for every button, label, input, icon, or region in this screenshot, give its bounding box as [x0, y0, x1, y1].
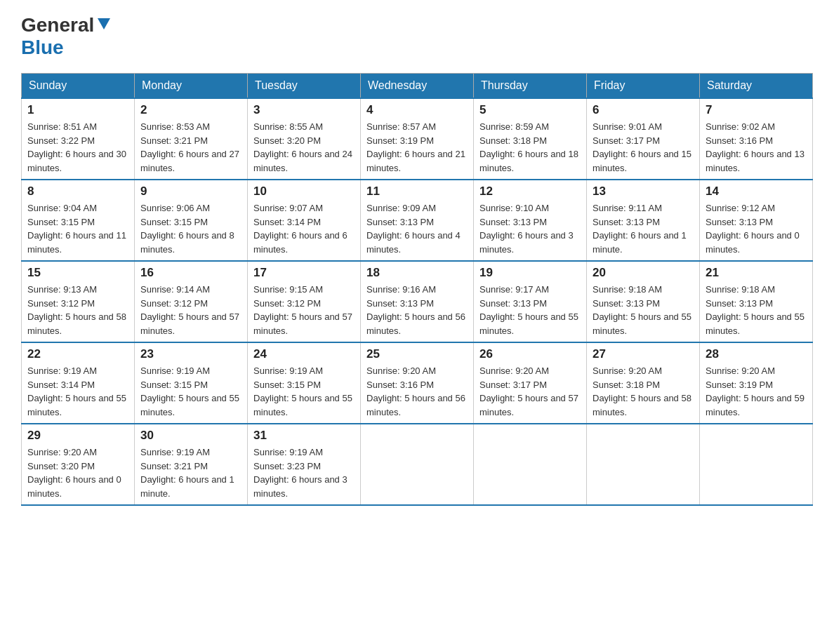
calendar-cell: 22Sunrise: 9:19 AMSunset: 3:14 PMDayligh…	[22, 342, 135, 424]
calendar-cell	[587, 424, 700, 505]
day-number: 2	[140, 103, 241, 117]
day-info: Sunrise: 9:15 AMSunset: 3:12 PMDaylight:…	[253, 283, 355, 337]
day-number: 26	[479, 347, 581, 361]
calendar-week-row: 1Sunrise: 8:51 AMSunset: 3:22 PMDaylight…	[22, 98, 813, 180]
day-info: Sunrise: 9:07 AMSunset: 3:14 PMDaylight:…	[253, 201, 355, 256]
calendar-cell: 2Sunrise: 8:53 AMSunset: 3:21 PMDaylight…	[135, 98, 248, 180]
logo-blue-text: Blue	[21, 36, 64, 58]
day-number: 30	[140, 429, 241, 443]
column-header-sunday: Sunday	[22, 74, 135, 99]
calendar-cell: 26Sunrise: 9:20 AMSunset: 3:17 PMDayligh…	[474, 342, 587, 424]
day-info: Sunrise: 9:13 AMSunset: 3:12 PMDaylight:…	[27, 283, 128, 337]
calendar-cell	[700, 424, 813, 505]
calendar-cell: 24Sunrise: 9:19 AMSunset: 3:15 PMDayligh…	[248, 342, 361, 424]
calendar-cell: 19Sunrise: 9:17 AMSunset: 3:13 PMDayligh…	[474, 261, 587, 342]
calendar-cell: 15Sunrise: 9:13 AMSunset: 3:12 PMDayligh…	[22, 261, 135, 342]
column-header-saturday: Saturday	[700, 74, 813, 99]
column-header-wednesday: Wednesday	[361, 74, 474, 99]
day-info: Sunrise: 8:51 AMSunset: 3:22 PMDaylight:…	[27, 120, 128, 175]
day-number: 21	[706, 266, 807, 280]
calendar-cell: 10Sunrise: 9:07 AMSunset: 3:14 PMDayligh…	[248, 180, 361, 261]
day-info: Sunrise: 8:55 AMSunset: 3:20 PMDaylight:…	[253, 120, 355, 175]
day-number: 4	[366, 103, 468, 117]
day-number: 16	[140, 266, 241, 280]
calendar-cell: 21Sunrise: 9:18 AMSunset: 3:13 PMDayligh…	[700, 261, 813, 342]
calendar-cell: 27Sunrise: 9:20 AMSunset: 3:18 PMDayligh…	[587, 342, 700, 424]
day-number: 9	[140, 185, 241, 199]
day-info: Sunrise: 9:20 AMSunset: 3:19 PMDaylight:…	[706, 364, 807, 419]
day-number: 7	[706, 103, 807, 117]
column-header-monday: Monday	[135, 74, 248, 99]
calendar-cell: 31Sunrise: 9:19 AMSunset: 3:23 PMDayligh…	[248, 424, 361, 505]
calendar-week-row: 15Sunrise: 9:13 AMSunset: 3:12 PMDayligh…	[22, 261, 813, 342]
column-header-tuesday: Tuesday	[248, 74, 361, 99]
day-number: 18	[366, 266, 468, 280]
day-info: Sunrise: 9:14 AMSunset: 3:12 PMDaylight:…	[140, 283, 241, 337]
day-info: Sunrise: 9:16 AMSunset: 3:13 PMDaylight:…	[366, 283, 468, 337]
day-info: Sunrise: 9:11 AMSunset: 3:13 PMDaylight:…	[593, 201, 694, 256]
day-number: 12	[479, 185, 581, 199]
calendar-week-row: 29Sunrise: 9:20 AMSunset: 3:20 PMDayligh…	[22, 424, 813, 505]
day-info: Sunrise: 8:53 AMSunset: 3:21 PMDaylight:…	[140, 120, 241, 175]
day-info: Sunrise: 9:18 AMSunset: 3:13 PMDaylight:…	[706, 283, 807, 337]
day-info: Sunrise: 9:10 AMSunset: 3:13 PMDaylight:…	[479, 201, 581, 256]
day-number: 22	[27, 347, 128, 361]
day-number: 24	[253, 347, 355, 361]
calendar-week-row: 8Sunrise: 9:04 AMSunset: 3:15 PMDaylight…	[22, 180, 813, 261]
day-number: 25	[366, 347, 468, 361]
calendar-cell: 18Sunrise: 9:16 AMSunset: 3:13 PMDayligh…	[361, 261, 474, 342]
day-info: Sunrise: 9:19 AMSunset: 3:23 PMDaylight:…	[253, 445, 355, 500]
svg-marker-0	[98, 18, 110, 29]
day-number: 27	[593, 347, 694, 361]
column-header-friday: Friday	[587, 74, 700, 99]
day-number: 10	[253, 185, 355, 199]
day-info: Sunrise: 8:57 AMSunset: 3:19 PMDaylight:…	[366, 120, 468, 175]
day-number: 17	[253, 266, 355, 280]
calendar-cell: 7Sunrise: 9:02 AMSunset: 3:16 PMDaylight…	[700, 98, 813, 180]
day-number: 1	[27, 103, 128, 117]
day-number: 23	[140, 347, 241, 361]
calendar-cell: 13Sunrise: 9:11 AMSunset: 3:13 PMDayligh…	[587, 180, 700, 261]
day-info: Sunrise: 9:12 AMSunset: 3:13 PMDaylight:…	[706, 201, 807, 256]
calendar-cell: 12Sunrise: 9:10 AMSunset: 3:13 PMDayligh…	[474, 180, 587, 261]
day-number: 19	[479, 266, 581, 280]
calendar-cell: 5Sunrise: 8:59 AMSunset: 3:18 PMDaylight…	[474, 98, 587, 180]
logo-arrow-icon	[96, 17, 112, 34]
day-info: Sunrise: 9:01 AMSunset: 3:17 PMDaylight:…	[593, 120, 694, 175]
day-number: 6	[593, 103, 694, 117]
calendar-cell: 4Sunrise: 8:57 AMSunset: 3:19 PMDaylight…	[361, 98, 474, 180]
page-header: General Blue	[21, 14, 813, 59]
calendar-cell: 16Sunrise: 9:14 AMSunset: 3:12 PMDayligh…	[135, 261, 248, 342]
day-number: 11	[366, 185, 468, 199]
calendar-cell: 11Sunrise: 9:09 AMSunset: 3:13 PMDayligh…	[361, 180, 474, 261]
calendar-cell: 30Sunrise: 9:19 AMSunset: 3:21 PMDayligh…	[135, 424, 248, 505]
calendar-cell: 17Sunrise: 9:15 AMSunset: 3:12 PMDayligh…	[248, 261, 361, 342]
day-info: Sunrise: 9:09 AMSunset: 3:13 PMDaylight:…	[366, 201, 468, 256]
day-number: 13	[593, 185, 694, 199]
day-info: Sunrise: 9:06 AMSunset: 3:15 PMDaylight:…	[140, 201, 241, 256]
calendar-cell: 9Sunrise: 9:06 AMSunset: 3:15 PMDaylight…	[135, 180, 248, 261]
day-info: Sunrise: 9:18 AMSunset: 3:13 PMDaylight:…	[593, 283, 694, 337]
calendar-cell: 29Sunrise: 9:20 AMSunset: 3:20 PMDayligh…	[22, 424, 135, 505]
calendar-cell: 20Sunrise: 9:18 AMSunset: 3:13 PMDayligh…	[587, 261, 700, 342]
day-info: Sunrise: 9:19 AMSunset: 3:15 PMDaylight:…	[140, 364, 241, 419]
calendar-cell: 28Sunrise: 9:20 AMSunset: 3:19 PMDayligh…	[700, 342, 813, 424]
day-info: Sunrise: 9:19 AMSunset: 3:21 PMDaylight:…	[140, 445, 241, 500]
day-number: 20	[593, 266, 694, 280]
day-number: 14	[706, 185, 807, 199]
day-info: Sunrise: 9:20 AMSunset: 3:16 PMDaylight:…	[366, 364, 468, 419]
logo-general-text: General	[21, 14, 94, 36]
calendar-cell	[361, 424, 474, 505]
calendar-cell: 23Sunrise: 9:19 AMSunset: 3:15 PMDayligh…	[135, 342, 248, 424]
calendar-cell: 3Sunrise: 8:55 AMSunset: 3:20 PMDaylight…	[248, 98, 361, 180]
calendar-table: SundayMondayTuesdayWednesdayThursdayFrid…	[21, 73, 813, 506]
calendar-cell: 6Sunrise: 9:01 AMSunset: 3:17 PMDaylight…	[587, 98, 700, 180]
calendar-cell: 25Sunrise: 9:20 AMSunset: 3:16 PMDayligh…	[361, 342, 474, 424]
day-number: 8	[27, 185, 128, 199]
calendar-cell: 1Sunrise: 8:51 AMSunset: 3:22 PMDaylight…	[22, 98, 135, 180]
day-number: 29	[27, 429, 128, 443]
day-info: Sunrise: 9:20 AMSunset: 3:17 PMDaylight:…	[479, 364, 581, 419]
logo: General Blue	[21, 14, 112, 59]
calendar-week-row: 22Sunrise: 9:19 AMSunset: 3:14 PMDayligh…	[22, 342, 813, 424]
calendar-cell: 8Sunrise: 9:04 AMSunset: 3:15 PMDaylight…	[22, 180, 135, 261]
